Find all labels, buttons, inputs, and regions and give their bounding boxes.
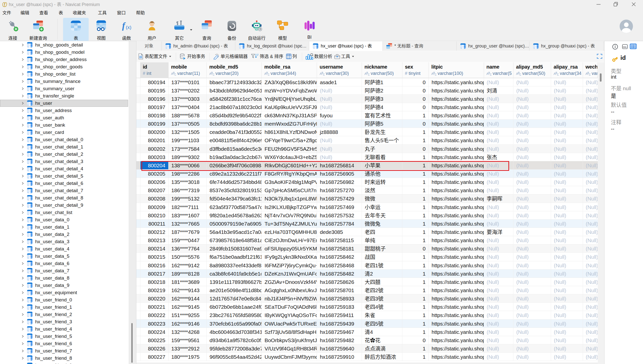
svg-text:(x): (x): [126, 25, 131, 30]
svg-text:f: f: [122, 21, 126, 31]
svg-text:DDL: DDL: [623, 46, 627, 48]
